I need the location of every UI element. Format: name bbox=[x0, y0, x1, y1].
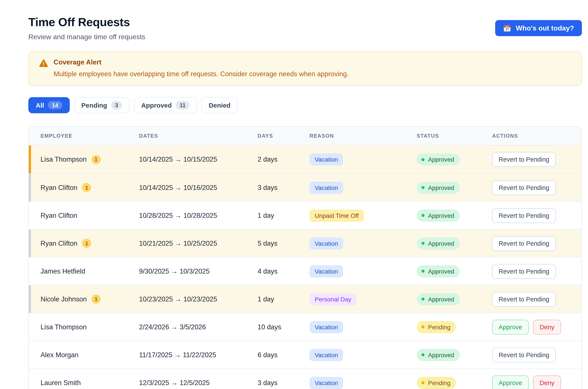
revert-to-pending-button[interactable]: Revert to Pending bbox=[492, 292, 556, 306]
reason-badge: Vacation bbox=[310, 321, 343, 333]
status-cell: Approved bbox=[417, 265, 492, 277]
overlap-count-badge: 1 bbox=[82, 183, 91, 192]
status-label: Approved bbox=[428, 240, 454, 247]
table-row: Ryan Clifton 1 10/21/2025 → 10/25/2025 5… bbox=[29, 229, 582, 257]
page-title: Time Off Requests bbox=[28, 16, 145, 29]
status-label: Approved bbox=[428, 295, 454, 302]
employee-name: Lauren Smith bbox=[40, 379, 81, 387]
employee-cell: Lauren Smith bbox=[40, 379, 139, 387]
employee-name: Ryan Clifton bbox=[40, 211, 77, 219]
employee-name: Nicole Johnson bbox=[40, 295, 87, 303]
days-count: 1 day bbox=[258, 295, 310, 303]
deny-button[interactable]: Deny bbox=[533, 320, 561, 334]
column-header-actions: Actions bbox=[492, 133, 573, 139]
status-filter-tabs: All14Pending3Approved11Denied bbox=[28, 97, 582, 113]
overlap-count-badge: 1 bbox=[92, 294, 101, 304]
reason-cell: Vacation bbox=[310, 265, 417, 277]
filter-tab-label: Approved bbox=[141, 101, 172, 109]
employee-cell: Ryan Clifton 1 bbox=[40, 239, 139, 248]
reason-badge: Personal Day bbox=[310, 293, 357, 305]
filter-tab-label: Pending bbox=[81, 101, 107, 109]
overlap-count-badge: 1 bbox=[91, 155, 101, 164]
reason-badge: Unpaid Time Off bbox=[310, 209, 364, 222]
filter-tab-approved[interactable]: Approved11 bbox=[134, 97, 197, 113]
status-cell: Approved bbox=[417, 153, 492, 165]
status-cell: Pending bbox=[417, 321, 492, 333]
status-dot-icon bbox=[421, 158, 424, 161]
column-header-reason: Reason bbox=[310, 133, 417, 139]
status-badge: Approved bbox=[417, 293, 460, 305]
table-row: Nicole Johnson 1 10/23/2025 → 10/23/2025… bbox=[29, 285, 582, 313]
revert-to-pending-button[interactable]: Revert to Pending bbox=[492, 236, 556, 251]
days-count: 3 days bbox=[258, 184, 310, 192]
time-off-requests-page: Time Off Requests Review and manage time… bbox=[28, 0, 582, 389]
status-dot-icon bbox=[421, 297, 424, 301]
employee-cell: Ryan Clifton bbox=[40, 211, 139, 219]
coverage-alert-message: Multiple employees have overlapping time… bbox=[54, 70, 349, 78]
status-label: Approved bbox=[428, 268, 454, 275]
whos-out-today-button[interactable]: JUL 17 Who's out today? bbox=[495, 20, 582, 36]
column-header-days: Days bbox=[258, 133, 310, 139]
date-range: 12/3/2025 → 12/5/2025 bbox=[139, 379, 258, 387]
filter-tab-pending[interactable]: Pending3 bbox=[74, 97, 130, 113]
warning-icon bbox=[39, 59, 48, 78]
page-header-text: Time Off Requests Review and manage time… bbox=[28, 16, 145, 41]
approve-button[interactable]: Approve bbox=[492, 375, 529, 389]
deny-button[interactable]: Deny bbox=[533, 375, 561, 389]
actions-cell: Revert to Pending bbox=[492, 152, 573, 167]
employee-name: Ryan Clifton bbox=[40, 239, 77, 247]
page-header: Time Off Requests Review and manage time… bbox=[28, 16, 582, 41]
filter-count-badge: 3 bbox=[111, 101, 122, 109]
status-cell: Approved bbox=[417, 181, 492, 194]
page-subtitle: Review and manage time off requests bbox=[28, 33, 145, 41]
overlap-count-badge: 1 bbox=[82, 239, 91, 248]
filter-tab-all[interactable]: All14 bbox=[28, 97, 69, 113]
coverage-alert-title: Coverage Alert bbox=[54, 58, 349, 66]
status-cell: Approved bbox=[417, 349, 492, 361]
date-range: 2/24/2026 → 3/5/2026 bbox=[139, 323, 258, 331]
date-range: 11/17/2025 → 11/22/2025 bbox=[139, 351, 258, 359]
status-cell: Pending bbox=[417, 377, 492, 389]
requests-table: Employee Dates Days Reason Status Action… bbox=[28, 126, 582, 389]
status-label: Approved bbox=[428, 184, 454, 191]
svg-text:JUL: JUL bbox=[506, 26, 509, 28]
revert-to-pending-button[interactable]: Revert to Pending bbox=[492, 180, 556, 195]
revert-to-pending-button[interactable]: Revert to Pending bbox=[492, 347, 556, 362]
status-cell: Approved bbox=[417, 293, 492, 305]
date-range: 10/28/2025 → 10/28/2025 bbox=[139, 211, 258, 219]
table-row: Lisa Thompson 2/24/2026 → 3/5/2026 10 da… bbox=[29, 313, 582, 341]
days-count: 1 day bbox=[258, 211, 310, 219]
reason-cell: Vacation bbox=[310, 377, 417, 389]
actions-cell: Revert to Pending bbox=[492, 180, 573, 195]
employee-name: Lisa Thompson bbox=[40, 323, 87, 331]
calendar-icon: JUL 17 bbox=[503, 24, 512, 32]
employee-cell: Alex Morgan bbox=[40, 351, 139, 359]
whos-out-today-label: Who's out today? bbox=[516, 24, 574, 32]
filter-tab-denied[interactable]: Denied bbox=[201, 97, 238, 113]
revert-to-pending-button[interactable]: Revert to Pending bbox=[492, 152, 556, 167]
table-body: Lisa Thompson 1 10/14/2025 → 10/15/2025 … bbox=[29, 145, 582, 389]
employee-cell: James Hetfield bbox=[40, 267, 139, 275]
table-row: Ryan Clifton 10/28/2025 → 10/28/2025 1 d… bbox=[29, 201, 582, 229]
status-badge: Approved bbox=[417, 181, 460, 194]
status-badge: Approved bbox=[417, 153, 460, 165]
actions-cell: Revert to Pending bbox=[492, 347, 573, 362]
days-count: 5 days bbox=[258, 239, 310, 247]
date-range: 10/21/2025 → 10/25/2025 bbox=[139, 239, 258, 247]
reason-badge: Vacation bbox=[310, 349, 343, 361]
approve-button[interactable]: Approve bbox=[492, 320, 529, 334]
status-label: Pending bbox=[428, 379, 450, 386]
revert-to-pending-button[interactable]: Revert to Pending bbox=[492, 208, 556, 223]
actions-cell: ApproveDeny bbox=[492, 375, 573, 389]
actions-cell: Revert to Pending bbox=[492, 292, 573, 306]
filter-tab-label: All bbox=[36, 101, 44, 109]
employee-name: James Hetfield bbox=[40, 267, 85, 275]
reason-cell: Vacation bbox=[310, 321, 417, 333]
column-header-status: Status bbox=[417, 133, 492, 139]
reason-cell: Vacation bbox=[310, 181, 417, 194]
employee-cell: Lisa Thompson bbox=[40, 323, 139, 331]
status-label: Approved bbox=[428, 212, 454, 219]
actions-cell: Revert to Pending bbox=[492, 208, 573, 223]
status-dot-icon bbox=[421, 186, 424, 189]
revert-to-pending-button[interactable]: Revert to Pending bbox=[492, 264, 556, 279]
